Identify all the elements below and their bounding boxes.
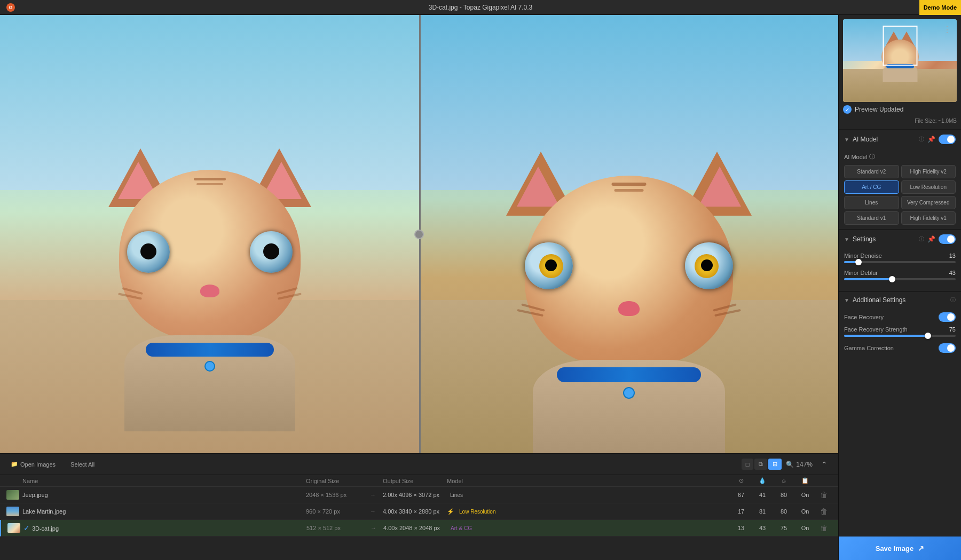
model-btn-standard_v2[interactable]: Standard v2 [844, 165, 899, 178]
view-split-button[interactable]: ⧉ [754, 459, 767, 470]
view-toggle-group: □ ⧉ ⊞ [742, 459, 782, 470]
col-name: Name [22, 478, 306, 484]
cell-value: 67 [730, 492, 752, 498]
filmstrip: 📁 Open Images Select All □ ⧉ ⊞ 🔍 147% [0, 453, 838, 560]
face-recovery-toggle[interactable] [939, 312, 956, 322]
file-thumbnail [7, 523, 20, 533]
zoom-control: 🔍 147% [786, 461, 813, 468]
additional-chevron: ▼ [844, 297, 849, 303]
settings-section-header[interactable]: ▼ Settings ⓘ 📌 [839, 230, 961, 248]
select-all-button[interactable]: Select All [66, 459, 99, 470]
preview-options-button[interactable]: ⋮ [943, 25, 951, 35]
ai-model-section-header[interactable]: ▼ AI Model ⓘ 📌 [839, 130, 961, 148]
gamma-correction-row: Gamma Correction [844, 343, 956, 353]
minor-deblur-label: Minor Deblur [844, 270, 878, 276]
model-grid: Standard v2High Fidelity v2Art / CGLow R… [844, 165, 956, 225]
image-after [419, 15, 838, 453]
file-name: Lake Martin.jpeg [22, 508, 306, 515]
scale-arrow: → [371, 525, 383, 531]
preview-section: ⋮ ✓ Preview Updated File Size: ~1.0MB [839, 15, 961, 130]
minor-denoise-track[interactable] [844, 261, 956, 263]
model-btn-standard_v1[interactable]: Standard v1 [844, 211, 899, 225]
col-original: Original Size [306, 478, 370, 484]
ai-model-info-icon: ⓘ [919, 136, 924, 143]
preview-status-text: Preview Updated [855, 106, 903, 113]
face-strength-value: 75 [949, 326, 956, 333]
file-name: ✓ 3D-cat.jpg [23, 524, 306, 532]
scale-arrow: → [370, 492, 383, 498]
original-size: 960 × 720 px [306, 508, 370, 515]
topaz-icon: G [6, 3, 15, 12]
file-thumbnail [6, 507, 19, 516]
model-btn-low_resolution[interactable]: Low Resolution [901, 180, 956, 194]
col-output: Output Size [383, 478, 447, 484]
minor-denoise-label: Minor Denoise [844, 253, 882, 259]
table-row[interactable]: ✓ 3D-cat.jpg512 × 512 px→4.00x 2048 × 20… [0, 520, 838, 537]
delete-file-button[interactable]: 🗑 [816, 524, 832, 532]
open-images-button[interactable]: 📁 Open Images [6, 459, 60, 470]
viewer-panel: 📁 Open Images Select All □ ⧉ ⊞ 🔍 147% [0, 15, 838, 560]
toolbar-right: □ ⧉ ⊞ 🔍 147% ⌃ [742, 458, 832, 471]
cell-value: 80 [773, 508, 794, 515]
ai-model-toggle[interactable] [939, 135, 956, 144]
settings-chevron: ▼ [844, 236, 849, 242]
main-layout: 📁 Open Images Select All □ ⧉ ⊞ 🔍 147% [0, 15, 961, 560]
col-model: Model [447, 478, 730, 484]
ai-model-row-label: AI Model ⓘ [844, 153, 956, 161]
expand-button[interactable]: ⌃ [817, 458, 832, 471]
view-single-button[interactable]: □ [742, 459, 754, 470]
cell-value: 17 [730, 508, 752, 515]
ai-model-chevron: ▼ [844, 137, 849, 143]
additional-info-icon: ⓘ [950, 296, 956, 304]
minor-deblur-row: Minor Deblur 43 [844, 270, 956, 280]
table-row[interactable]: Lake Martin.jpeg960 × 720 px→4.00x 3840 … [0, 503, 838, 520]
minor-denoise-thumb[interactable] [855, 259, 862, 265]
minor-deblur-fill [844, 278, 892, 280]
delete-file-button[interactable]: 🗑 [816, 507, 832, 516]
image-viewer[interactable] [0, 15, 838, 453]
file-model: ⚡ Low Resolution [447, 508, 730, 516]
face-recovery-label: Face Recovery [844, 314, 884, 320]
model-btn-lines[interactable]: Lines [844, 196, 899, 209]
right-panel-spacer [839, 361, 961, 537]
cell-value: 43 [752, 525, 773, 531]
image-before [0, 15, 419, 453]
ai-model-pin-icon: 📌 [927, 136, 935, 143]
delete-file-button[interactable]: 🗑 [816, 491, 832, 499]
table-row[interactable]: Jeep.jpeg2048 × 1536 px→2.00x 4096 × 307… [0, 487, 838, 503]
face-strength-thumb[interactable] [925, 333, 931, 339]
minor-denoise-row: Minor Denoise 13 [844, 253, 956, 263]
additional-section: Face Recovery Face Recovery Strength 75 … [839, 308, 961, 361]
model-btn-high_fidelity_v1[interactable]: High Fidelity v1 [901, 211, 956, 225]
scale-arrow: → [370, 508, 383, 515]
save-image-label: Save Image [876, 545, 914, 553]
file-size-label: File Size: ~1.0MB [843, 117, 957, 125]
model-btn-high_fidelity_v2[interactable]: High Fidelity v2 [901, 165, 956, 178]
model-btn-very_compressed[interactable]: Very Compressed [901, 196, 956, 209]
minor-deblur-track[interactable] [844, 278, 956, 280]
cell-value: 75 [773, 525, 794, 531]
on-value: On [794, 508, 816, 515]
folder-icon: 📁 [11, 461, 18, 468]
cell-value: 80 [773, 492, 794, 498]
save-image-button[interactable]: Save Image ↗ [839, 537, 961, 560]
minor-denoise-value: 13 [949, 253, 956, 259]
cell-value: 41 [752, 492, 773, 498]
demo-badge: Demo Mode [919, 0, 961, 15]
file-model: Lines [447, 491, 730, 499]
settings-section: Minor Denoise 13 Minor Deblur 43 [839, 248, 961, 291]
face-strength-fill [844, 335, 928, 337]
gamma-correction-toggle[interactable] [939, 343, 956, 353]
split-handle[interactable] [414, 230, 424, 239]
minor-deblur-thumb[interactable] [889, 276, 895, 282]
table-header: Name Original Size Output Size Model ⊙ 💧… [0, 475, 838, 487]
settings-toggle[interactable] [939, 234, 956, 244]
settings-info-icon: ⓘ [919, 235, 924, 243]
cell-value: 81 [752, 508, 773, 515]
output-size: 4.00x 2048 × 2048 px [383, 525, 447, 531]
face-strength-track[interactable] [844, 335, 956, 337]
additional-settings-header[interactable]: ▼ Additional Settings ⓘ [839, 291, 961, 308]
face-recovery-row: Face Recovery [844, 312, 956, 322]
view-grid-button[interactable]: ⊞ [768, 459, 782, 470]
model-btn-art_cg[interactable]: Art / CG [844, 180, 899, 194]
